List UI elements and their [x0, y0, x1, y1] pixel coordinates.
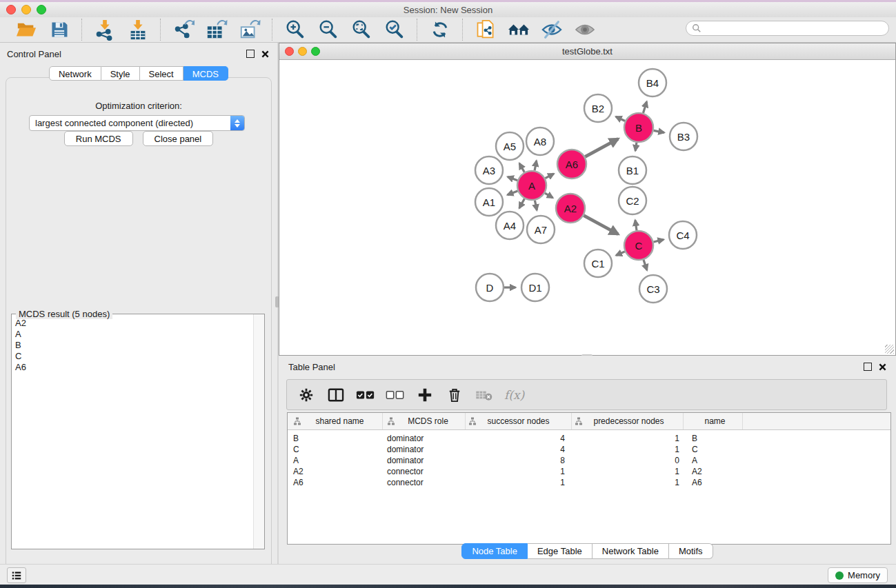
function-builder-button[interactable]: f(x)	[504, 388, 524, 402]
table-cell[interactable]: 0	[572, 456, 684, 465]
table-cell[interactable]: 1	[466, 467, 572, 476]
table-cell[interactable]: 4	[466, 445, 572, 454]
table-cell[interactable]: 1	[572, 478, 684, 487]
tab-style[interactable]: Style	[101, 66, 140, 81]
zoom-in-button[interactable]	[283, 18, 308, 41]
zoom-window-button[interactable]	[37, 5, 46, 14]
mcds-result-item[interactable]: C	[15, 351, 253, 362]
zoom-selected-button[interactable]	[382, 18, 407, 41]
table-cell[interactable]: A2	[288, 467, 383, 476]
search-input[interactable]	[705, 23, 888, 34]
table-cell[interactable]: connector	[383, 478, 466, 487]
edge-A-A4[interactable]	[519, 199, 525, 208]
close-panel-icon[interactable]	[261, 50, 269, 58]
task-history-button[interactable]	[7, 567, 26, 583]
export-network-button[interactable]	[171, 18, 196, 41]
memory-button[interactable]: Memory	[828, 567, 888, 583]
table-cell[interactable]: C	[684, 445, 743, 454]
table-cell[interactable]: A	[684, 456, 743, 465]
close-panel-icon[interactable]	[879, 363, 886, 371]
table-row[interactable]: Cdominator41C	[288, 444, 890, 455]
delete-column-button[interactable]	[445, 385, 464, 405]
edge-A2-C[interactable]	[584, 216, 618, 234]
table-cell[interactable]: 1	[572, 434, 684, 443]
edge-C-C1[interactable]	[616, 252, 625, 256]
deselect-all-button[interactable]	[386, 385, 405, 405]
edge-A-A3[interactable]	[508, 177, 517, 181]
table-cell[interactable]: 1	[466, 478, 572, 487]
home-layout-button[interactable]	[506, 18, 531, 41]
float-panel-icon[interactable]	[864, 363, 872, 371]
table-cell[interactable]: dominator	[383, 434, 466, 443]
select-all-button[interactable]	[356, 385, 375, 405]
hide-graphics-details-button[interactable]	[539, 18, 564, 41]
resize-grip-icon[interactable]	[885, 345, 894, 354]
show-columns-button[interactable]	[326, 385, 346, 405]
table-cell[interactable]: A	[288, 456, 383, 465]
network-canvas[interactable]: AA1A2A3A4A5A6A7A8BB1B2B3B4CC1C2C3C4DD1	[280, 60, 895, 354]
mcds-result-item[interactable]: B	[15, 340, 253, 351]
table-cell[interactable]: A6	[288, 478, 383, 487]
table-cell[interactable]: 4	[466, 434, 572, 443]
table-cell[interactable]: B	[684, 434, 743, 443]
table-row[interactable]: A6connector11A6	[288, 477, 890, 488]
table-cell[interactable]: dominator	[383, 456, 466, 465]
import-table-button[interactable]	[126, 18, 150, 41]
table-row[interactable]: Bdominator41B	[288, 433, 890, 444]
network-minimize-button[interactable]	[298, 47, 307, 56]
close-window-button[interactable]	[6, 5, 16, 14]
tab-network-table[interactable]: Network Table	[593, 543, 669, 559]
edge-B-B1[interactable]	[635, 143, 637, 151]
network-graph[interactable]: AA1A2A3A4A5A6A7A8BB1B2B3B4CC1C2C3C4DD1	[280, 60, 895, 354]
mcds-list-scrollbar[interactable]	[253, 314, 264, 549]
tab-node-table[interactable]: Node Table	[461, 543, 528, 559]
mcds-result-item[interactable]: A6	[15, 362, 253, 373]
tab-edge-table[interactable]: Edge Table	[528, 543, 593, 559]
export-image-button[interactable]	[237, 18, 262, 41]
table-cell[interactable]: A2	[684, 467, 743, 476]
edge-C-C3[interactable]	[644, 260, 647, 270]
edge-B-B2[interactable]	[616, 116, 625, 121]
criterion-dropdown[interactable]: largest connected component (directed)	[29, 115, 245, 131]
edge-A-A5[interactable]	[519, 163, 524, 172]
edge-A-A7[interactable]	[535, 201, 537, 210]
table-row[interactable]: Adominator80A	[288, 455, 890, 466]
column-settings-button[interactable]	[297, 385, 316, 405]
save-session-button[interactable]	[47, 18, 72, 41]
table-cell[interactable]: 1	[572, 445, 684, 454]
search-field[interactable]	[686, 21, 889, 36]
zoom-out-button[interactable]	[316, 18, 341, 41]
close-panel-button[interactable]: Close panel	[143, 131, 214, 146]
export-table-button[interactable]	[204, 18, 229, 41]
column-header-shared-name[interactable]: shared name	[288, 413, 383, 429]
delete-table-button[interactable]	[475, 385, 494, 405]
minimize-window-button[interactable]	[21, 5, 31, 14]
edge-C-C4[interactable]	[653, 240, 664, 242]
edge-A-A1[interactable]	[508, 191, 518, 195]
edge-B-B4[interactable]	[643, 101, 646, 113]
tab-mcds[interactable]: MCDS	[183, 66, 228, 81]
network-window-titlebar[interactable]: testGlobe.txt	[279, 43, 895, 60]
table-cell[interactable]: 8	[466, 456, 572, 465]
mcds-result-item[interactable]: A2	[15, 318, 253, 329]
node-table[interactable]: shared nameMCDS rolesuccessor nodesprede…	[287, 412, 891, 545]
table-cell[interactable]: B	[288, 434, 383, 443]
column-header-successor-nodes[interactable]: successor nodes	[466, 413, 572, 429]
network-zoom-button[interactable]	[311, 47, 320, 56]
edge-A-A6[interactable]	[545, 174, 553, 179]
run-mcds-button[interactable]: Run MCDS	[64, 131, 133, 146]
tab-select[interactable]: Select	[140, 66, 183, 81]
open-session-button[interactable]	[14, 18, 39, 41]
tab-network[interactable]: Network	[49, 66, 101, 81]
table-row[interactable]: A2connector11A2	[288, 466, 890, 477]
edge-B-B3[interactable]	[654, 130, 664, 132]
column-header-predecessor-nodes[interactable]: predecessor nodes	[572, 413, 684, 429]
new-network-button[interactable]	[473, 18, 498, 41]
table-cell[interactable]: C	[288, 445, 383, 454]
edge-A-A2[interactable]	[545, 193, 553, 198]
mcds-result-list[interactable]: A2ABCA6	[12, 315, 253, 549]
float-panel-icon[interactable]	[246, 50, 255, 58]
table-cell[interactable]: connector	[383, 467, 466, 476]
network-close-button[interactable]	[285, 47, 294, 56]
import-network-button[interactable]	[92, 18, 117, 41]
